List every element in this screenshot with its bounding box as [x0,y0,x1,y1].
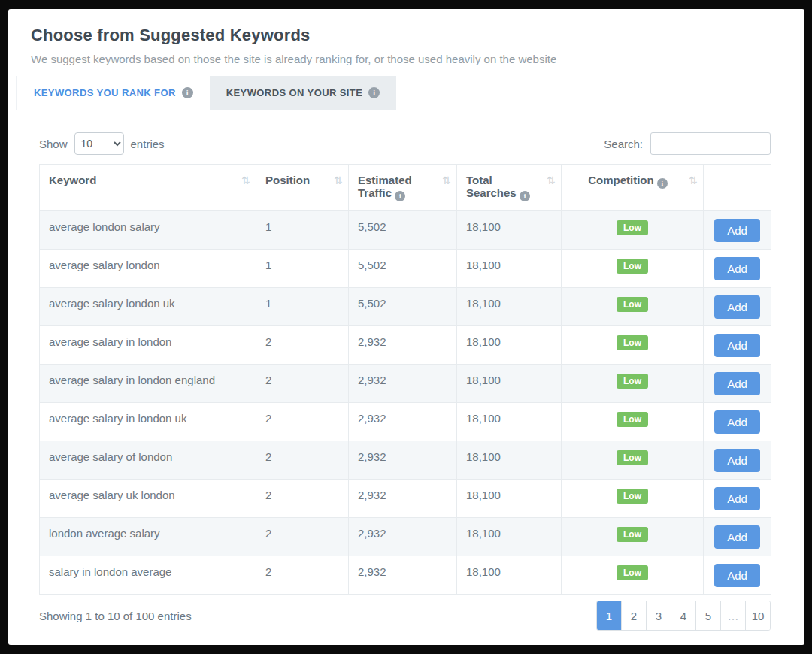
pagination-page-3[interactable]: 3 [646,601,671,630]
sort-icon[interactable]: ⇅ [442,174,451,186]
table-row: average salary in london england 2 2,932… [40,365,771,403]
entries-label: entries [131,138,165,150]
info-icon: i [520,191,530,201]
pagination-page-5[interactable]: 5 [695,601,720,630]
competition-badge: Low [617,374,648,389]
total-searches-cell: 18,100 [457,250,562,288]
tab-keywords-you-rank-for[interactable]: KEYWORDS YOU RANK FOR i [17,76,210,110]
table-controls: Show 10 entries Search: [39,132,771,155]
action-cell: Add [704,211,771,250]
table-body: average london salary 1 5,502 18,100 Low… [40,211,771,595]
total-searches-cell: 18,100 [457,326,562,365]
add-keyword-button[interactable]: Add [714,334,760,357]
pagination-page-1[interactable]: 1 [597,601,621,630]
action-cell: Add [704,441,771,480]
estimated-traffic-cell: 2,932 [349,365,457,403]
add-keyword-button[interactable]: Add [714,219,760,242]
competition-cell: Low [562,250,704,288]
table-row: london average salary 2 2,932 18,100 Low… [40,518,771,556]
column-header-estimated-traffic[interactable]: Estimated Traffic i ⇅ [349,165,457,211]
action-cell: Add [704,250,771,288]
action-cell: Add [704,403,771,441]
competition-cell: Low [562,403,704,441]
action-cell: Add [704,556,771,595]
action-cell: Add [704,480,771,518]
pagination-page-10[interactable]: 10 [745,601,770,630]
estimated-traffic-cell: 2,932 [349,326,457,365]
tab-content: Show 10 entries Search: Keyword [31,132,782,631]
pagination-page-2[interactable]: 2 [621,601,646,630]
keyword-cell: average salary london [40,250,256,288]
table-header-row: Keyword ⇅ Position ⇅ Estimated Traffic i… [40,165,771,211]
keyword-cell: average salary uk london [40,480,256,518]
pagination-ellipsis: … [720,601,745,630]
competition-badge: Low [617,527,648,542]
info-icon: i [395,191,405,201]
position-cell: 1 [256,250,349,288]
competition-cell: Low [562,556,704,595]
add-keyword-button[interactable]: Add [714,372,760,395]
page-subtitle: We suggest keywords based on those the s… [31,53,782,65]
table-row: average london salary 1 5,502 18,100 Low… [40,211,771,250]
column-header-position[interactable]: Position ⇅ [256,165,349,211]
sort-icon[interactable]: ⇅ [241,174,250,186]
table-row: average salary uk london 2 2,932 18,100 … [40,480,771,518]
estimated-traffic-cell: 2,932 [349,480,457,518]
action-cell: Add [704,518,771,556]
total-searches-cell: 18,100 [457,288,562,326]
pagination-page-4[interactable]: 4 [671,601,695,630]
tab-keywords-on-your-site[interactable]: KEYWORDS ON YOUR SITE i [210,76,397,110]
search-control: Search: [604,132,771,155]
pagination: 12345…10 [596,601,771,631]
table-row: average salary london uk 1 5,502 18,100 … [40,288,771,326]
add-keyword-button[interactable]: Add [714,449,760,472]
column-header-competition[interactable]: Competition i ⇅ [562,165,704,211]
position-cell: 1 [256,288,349,326]
sort-icon[interactable]: ⇅ [334,174,343,186]
add-keyword-button[interactable]: Add [714,487,760,510]
add-keyword-button[interactable]: Add [714,257,760,280]
position-cell: 2 [256,480,349,518]
position-cell: 2 [256,365,349,403]
page-size-select[interactable]: 10 [74,132,124,155]
search-input[interactable] [650,132,771,155]
competition-badge: Low [617,335,648,350]
table-row: average salary in london uk 2 2,932 18,1… [40,403,771,441]
sort-icon[interactable]: ⇅ [689,174,698,186]
total-searches-cell: 18,100 [457,403,562,441]
competition-badge: Low [617,412,648,427]
show-label: Show [39,138,68,150]
info-icon: i [657,178,668,189]
competition-badge: Low [617,489,648,504]
column-header-keyword[interactable]: Keyword ⇅ [40,165,256,211]
competition-cell: Low [562,518,704,556]
tab-label: KEYWORDS YOU RANK FOR [34,87,176,98]
position-cell: 2 [256,518,349,556]
competition-cell: Low [562,326,704,365]
competition-badge: Low [617,220,648,235]
action-cell: Add [704,326,771,365]
competition-cell: Low [562,365,704,403]
suggested-keywords-panel: Choose from Suggested Keywords We sugges… [8,9,804,645]
add-keyword-button[interactable]: Add [714,295,760,319]
keyword-cell: average salary london uk [40,288,256,326]
total-searches-cell: 18,100 [457,365,562,403]
keyword-cell: average salary in london uk [40,403,256,441]
estimated-traffic-cell: 5,502 [349,250,457,288]
estimated-traffic-cell: 5,502 [349,288,457,326]
total-searches-cell: 18,100 [457,441,562,480]
competition-badge: Low [617,297,648,312]
add-keyword-button[interactable]: Add [714,564,760,587]
sort-icon[interactable]: ⇅ [547,174,556,186]
entries-summary: Showing 1 to 10 of 100 entries [39,610,192,622]
position-cell: 2 [256,403,349,441]
action-cell: Add [704,288,771,326]
estimated-traffic-cell: 5,502 [349,211,457,250]
search-label: Search: [604,138,643,150]
column-header-total-searches[interactable]: Total Searches i ⇅ [457,165,562,211]
competition-cell: Low [562,288,704,326]
add-keyword-button[interactable]: Add [714,410,760,434]
add-keyword-button[interactable]: Add [714,525,760,549]
table-footer: Showing 1 to 10 of 100 entries 12345…10 [39,601,771,631]
column-header-action [704,165,771,211]
